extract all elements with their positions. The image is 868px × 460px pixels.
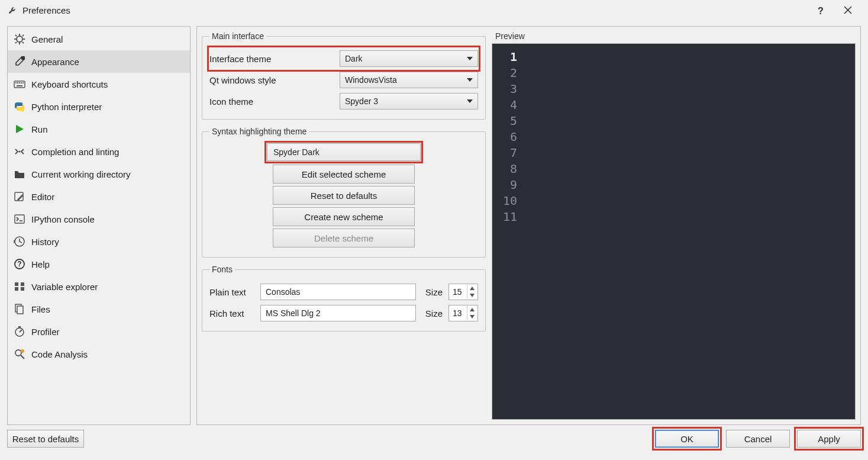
preview-line: 10 [492,192,855,208]
preview-line: 9 [492,176,855,192]
plain-text-font-value: Consolas [266,287,300,297]
gear-icon [14,33,25,45]
rich-size-label: Size [425,308,443,319]
apply-button[interactable]: Apply [797,430,861,448]
plain-size-value: 15 [449,287,462,297]
spin-down-icon[interactable] [467,292,476,299]
sidebar-item-current-working-directory[interactable]: Current working directory [8,163,190,185]
interface-theme-label: Interface theme [209,54,334,64]
sidebar-item-label: Current working directory [31,169,131,179]
edit-icon [14,191,25,202]
fonts-group: Fonts Plain text Consolas Size 15 Rich t… [202,265,486,332]
dialog-button-bar: Reset to defaults OK Cancel Apply [0,429,868,452]
sidebar-item-label: Completion and linting [31,147,119,157]
fonts-legend: Fonts [209,265,235,274]
line-number: 7 [492,146,525,160]
rich-text-label: Rich text [209,308,254,319]
rich-size-value: 13 [449,308,462,318]
line-number: 8 [492,162,525,176]
sidebar-item-python-interpreter[interactable]: Python interpreter [8,95,190,118]
reset-defaults-button[interactable]: Reset to defaults [7,430,84,448]
files-icon [14,303,25,315]
plain-size-label: Size [425,287,443,297]
spin-up-icon[interactable] [467,285,476,292]
preview-line: 8 [492,160,855,176]
sidebar-item-variable-explorer[interactable]: Variable explorer [8,275,190,298]
rich-text-font-combo[interactable]: MS Shell Dlg 2 [260,305,416,321]
sidebar-item-appearance[interactable]: Appearance [8,50,190,73]
sidebar-item-label: General [31,34,63,44]
interface-theme-combo[interactable]: Dark [340,50,478,67]
plain-text-label: Plain text [209,287,254,297]
plain-size-spin[interactable]: 15 [448,284,478,300]
reset-scheme-button[interactable]: Reset to defaults [273,186,415,205]
sidebar-item-label: Keyboard shortcuts [31,79,108,89]
play-icon [14,123,25,135]
icon-theme-label: Icon theme [209,96,334,107]
caret-down-icon [467,75,473,85]
preview-line: 4 [492,96,855,112]
spin-up-icon[interactable] [467,306,476,313]
sidebar-item-history[interactable]: History [8,230,190,253]
sidebar-item-label: Help [31,259,50,269]
main-interface-group: Main interface Interface theme Dark Qt w… [202,31,486,120]
spin-down-icon[interactable] [467,313,476,320]
preview-editor[interactable]: 1234567891011 [492,43,856,420]
sidebar-item-run[interactable]: Run [8,118,190,140]
sidebar-item-editor[interactable]: Editor [8,185,190,208]
qt-style-combo[interactable]: WindowsVista [340,72,478,88]
edit-scheme-button[interactable]: Edit selected scheme [273,165,415,184]
sidebar-item-label: Variable explorer [31,282,98,292]
sidebar-item-keyboard-shortcuts[interactable]: Keyboard shortcuts [8,73,190,95]
line-number: 5 [492,114,525,128]
sidebar-item-label: Profiler [31,327,60,337]
help-icon [14,258,25,270]
sidebar-item-help[interactable]: Help [8,253,190,275]
create-scheme-button[interactable]: Create new scheme [273,207,415,226]
sidebar-item-label: Python interpreter [31,102,102,112]
qt-style-row: Qt windows style WindowsVista [209,69,478,91]
icon-theme-combo[interactable]: Spyder 3 [340,93,478,110]
sidebar-item-ipython-console[interactable]: IPython console [8,208,190,230]
line-number: 6 [492,130,525,144]
sidebar-item-label: Files [31,304,50,314]
window-title: Preferences [22,5,809,15]
sidebar-item-completion-and-linting[interactable]: Completion and linting [8,140,190,163]
completion-icon [14,146,25,157]
line-number: 9 [492,178,525,192]
help-button[interactable] [809,0,835,20]
preview-line: 2 [492,65,855,81]
syntax-theme-group: Syntax highlighting theme Spyder Dark Ed… [202,127,486,258]
sidebar-item-profiler[interactable]: Profiler [8,320,190,343]
cancel-button[interactable]: Cancel [726,430,790,448]
vars-icon [14,281,25,292]
content-panel: Main interface Interface theme Dark Qt w… [196,26,861,425]
interface-theme-value: Dark [345,54,363,63]
history-icon [14,236,25,247]
preview-line: 11 [492,208,855,224]
syntax-theme-legend: Syntax highlighting theme [209,127,309,136]
rich-size-spin[interactable]: 13 [448,305,478,321]
preview-line: 6 [492,128,855,144]
qt-style-value: WindowsVista [345,75,397,85]
sidebar-item-code-analysis[interactable]: Code Analysis [8,343,190,365]
plain-text-font-combo[interactable]: Consolas [260,284,416,300]
sidebar-item-files[interactable]: Files [8,298,190,320]
preview-line: 3 [492,81,855,96]
wrench-icon [7,5,18,15]
sidebar-item-label: History [31,237,59,247]
sidebar-item-general[interactable]: General [8,28,190,50]
syntax-scheme-value: Spyder Dark [273,147,320,157]
interface-theme-row: Interface theme Dark [209,48,478,69]
sidebar-item-label: Editor [31,192,54,202]
preview-line: 5 [492,112,855,128]
line-number: 10 [492,194,525,208]
caret-down-icon [467,96,473,106]
profiler-icon [14,326,25,337]
syntax-scheme-combo[interactable]: Spyder Dark [267,143,421,161]
line-number: 3 [492,82,525,96]
ok-button[interactable]: OK [655,430,719,448]
close-button[interactable] [835,0,861,20]
line-number: 1 [492,50,525,64]
console-icon [14,213,25,225]
